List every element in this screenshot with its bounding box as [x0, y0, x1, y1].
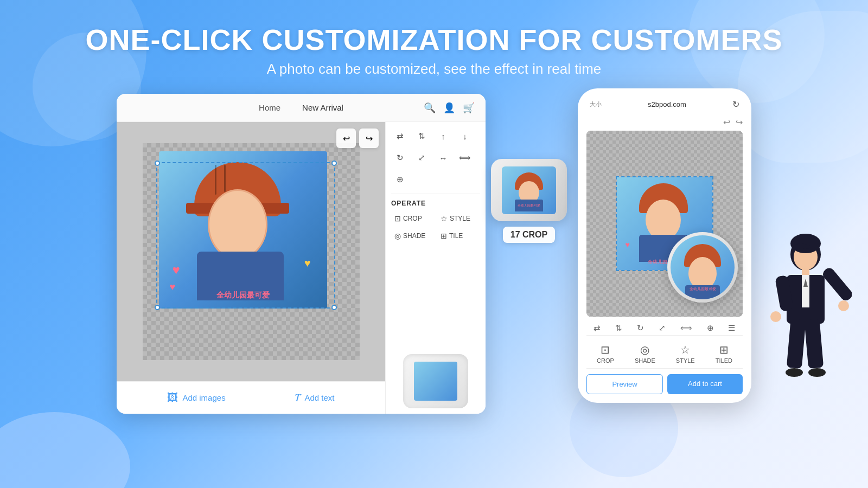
- phone-toolbar-row: ⇄ ⇅ ↻ ⤢ ⟺ ⊕ ☰: [586, 321, 743, 336]
- add-image-icon: 🖼: [167, 391, 178, 404]
- pillow-art-mini: [414, 362, 457, 401]
- phone-list-icon[interactable]: ☰: [728, 323, 735, 333]
- cart-icon[interactable]: 🛒: [463, 102, 475, 114]
- phone-tiled-item[interactable]: ⊞ TILED: [716, 343, 732, 364]
- canvas-toolbar: ↩ ↪: [336, 129, 379, 148]
- phone-face-mini: [646, 200, 681, 240]
- circle-art: 全幼儿园最可爱: [671, 235, 735, 299]
- phone-size-label: 大小: [590, 100, 602, 108]
- add-images-button[interactable]: 🖼 Add images: [167, 391, 225, 404]
- shade-button[interactable]: ◎ SHADE: [391, 229, 434, 243]
- phone-shade-icon: ◎: [640, 343, 649, 356]
- preview-thumbnail: [391, 343, 480, 408]
- align-center-icon[interactable]: ⊕: [391, 171, 409, 188]
- move-down-icon[interactable]: ↓: [456, 127, 474, 145]
- circle-art-inner: 全幼儿园最可爱: [675, 242, 730, 293]
- nav-new-arrival[interactable]: New Arrival: [302, 103, 343, 112]
- svg-point-14: [790, 234, 821, 253]
- add-text-label: Add text: [305, 393, 335, 402]
- phone-style-label: STYLE: [676, 357, 695, 364]
- rotate-icon[interactable]: ↻: [391, 149, 409, 166]
- style-label: STYLE: [450, 215, 470, 222]
- checkerboard-bg: ♥ ♥ ♥ 全幼儿园最可爱: [143, 143, 360, 360]
- handle-br[interactable]: [331, 305, 337, 310]
- pillow-art-big: 全幼儿园最可爱: [502, 166, 556, 214]
- svg-rect-7: [821, 266, 852, 303]
- handle-tl[interactable]: [155, 160, 160, 166]
- right-panel: ⇄ ⇅ ↑ ↓ ↻ ⤢ ↔ ⟺ ⊕ OPERATE ⊡ CROP: [385, 122, 486, 414]
- undo-button[interactable]: ↩: [336, 129, 356, 148]
- editor-nav: Home New Arrival 🔍 👤 🛒: [117, 94, 486, 122]
- tile-label: TILE: [449, 232, 463, 240]
- editor-window: Home New Arrival 🔍 👤 🛒: [117, 94, 486, 414]
- phone-back-icon[interactable]: ↩: [723, 117, 730, 127]
- circle-chinese: 全幼儿园最可爱: [690, 286, 716, 292]
- phone-expand-icon[interactable]: ⤢: [659, 323, 666, 333]
- phone-forward-icon[interactable]: ↪: [736, 117, 743, 127]
- canvas-zone[interactable]: ♥ ♥ ♥ 全幼儿园最可爱: [117, 122, 385, 381]
- phone-style-icon: ☆: [680, 343, 690, 356]
- phone-ops-row: ⊡ CROP ◎ SHADE ☆ STYLE ⊞ TILED: [586, 339, 743, 369]
- phone-bottom-btns: Preview Add to cart: [586, 374, 743, 394]
- nav-home[interactable]: Home: [259, 103, 280, 112]
- crop-button[interactable]: ⊡ CROP: [391, 211, 434, 226]
- phone-refresh-icon[interactable]: ↻: [732, 99, 739, 110]
- phone-resize-h-icon[interactable]: ⟺: [680, 323, 692, 333]
- phone-address-bar: 大小 s2bpod.com ↻: [586, 97, 743, 112]
- operate-label: OPERATE: [391, 200, 480, 207]
- phone-shade-item[interactable]: ◎ SHADE: [635, 343, 655, 364]
- user-icon[interactable]: 👤: [443, 102, 455, 114]
- svg-rect-10: [787, 319, 806, 369]
- add-text-button[interactable]: 𝑇 Add text: [295, 391, 335, 404]
- circle-face: [688, 257, 717, 290]
- add-images-label: Add images: [182, 393, 225, 402]
- pillow-chinese: 全幼儿园最可爱: [518, 203, 540, 208]
- resize-icon[interactable]: ⟺: [456, 149, 474, 166]
- panel-toolbar: ⇄ ⇅ ↑ ↓ ↻ ⤢ ↔ ⟺ ⊕: [391, 127, 480, 194]
- crop-label: CROP: [403, 215, 422, 222]
- main-title: ONE-CLICK CUSTOMIZATION FOR CUSTOMERS: [0, 23, 868, 56]
- expand-icon[interactable]: ⤢: [413, 149, 430, 166]
- panel-ops: ⊡ CROP ☆ STYLE ◎ SHADE ⊞ TILE: [391, 211, 480, 243]
- add-text-icon: 𝑇: [295, 391, 301, 404]
- phone-tiled-icon: ⊞: [719, 343, 729, 356]
- bg-bottom-left: [0, 412, 130, 488]
- phone-add-to-cart-button[interactable]: Add to cart: [667, 374, 743, 394]
- phone-rotate-icon[interactable]: ↻: [637, 323, 644, 333]
- phone-nav-row: ↩ ↪: [586, 117, 743, 127]
- search-icon[interactable]: 🔍: [424, 102, 436, 114]
- phone-address: s2bpod.com: [602, 100, 732, 108]
- phone-flip-icon[interactable]: ⇄: [593, 323, 601, 333]
- pillow-float-area: 全幼儿园最可爱 17 CROP: [491, 159, 567, 243]
- phone-heart1: ♥: [626, 240, 630, 249]
- crop-badge: 17 CROP: [503, 227, 555, 243]
- shade-label: SHADE: [403, 232, 425, 240]
- svg-point-9: [838, 300, 849, 311]
- phone-align-icon[interactable]: ⊕: [707, 323, 714, 333]
- svg-point-13: [808, 368, 826, 377]
- move-up-icon[interactable]: ↑: [435, 127, 452, 145]
- tile-icon: ⊞: [441, 232, 447, 240]
- mirror-h-icon[interactable]: ↔: [435, 149, 452, 166]
- tile-button[interactable]: ⊞ TILE: [437, 229, 480, 243]
- selection-box[interactable]: [156, 162, 335, 309]
- pillow-preview-big: 全幼儿园最可爱: [491, 159, 567, 221]
- handle-bl[interactable]: [155, 305, 160, 310]
- phone-shade-label: SHADE: [635, 357, 655, 364]
- phone-style-item[interactable]: ☆ STYLE: [676, 343, 695, 364]
- svg-rect-11: [804, 319, 824, 369]
- phone-mirror-icon[interactable]: ⇅: [615, 323, 622, 333]
- content-area: Home New Arrival 🔍 👤 🛒: [0, 94, 868, 414]
- nav-icons: 🔍 👤 🛒: [424, 102, 475, 114]
- svg-point-12: [786, 368, 803, 377]
- style-button[interactable]: ☆ STYLE: [437, 211, 480, 226]
- flip-h-icon[interactable]: ⇄: [391, 127, 409, 145]
- phone-preview-button[interactable]: Preview: [586, 374, 663, 394]
- phone-crop-item[interactable]: ⊡ CROP: [597, 343, 614, 364]
- redo-button[interactable]: ↪: [359, 129, 379, 148]
- flip-v-icon[interactable]: ⇅: [413, 127, 430, 145]
- header-section: ONE-CLICK CUSTOMIZATION FOR CUSTOMERS A …: [0, 0, 868, 78]
- handle-tr[interactable]: [331, 160, 337, 166]
- svg-point-8: [770, 311, 781, 322]
- crop-icon: ⊡: [394, 214, 401, 223]
